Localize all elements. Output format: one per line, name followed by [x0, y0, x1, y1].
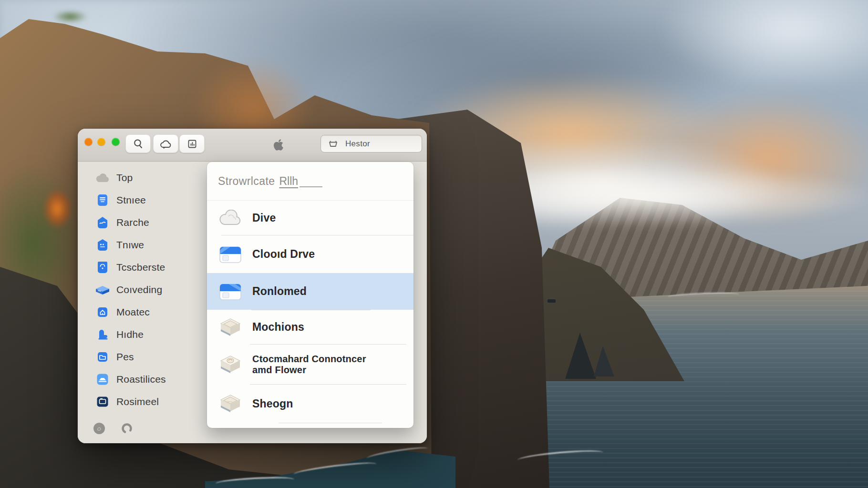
minimize-button[interactable] [97, 138, 105, 146]
sidebar-item-label: Tnıwe [116, 239, 144, 251]
panel-row-label: Mochions [252, 321, 304, 334]
sidebar-item-label: Tcscberste [116, 262, 165, 273]
search-toolbar-button[interactable] [125, 134, 151, 153]
sidebar-item-rosimeel[interactable]: Rosimeel [78, 390, 207, 413]
sidebar-item-label: Moatec [116, 306, 150, 318]
sidebar-item-stniee[interactable]: Stnıee [78, 189, 207, 211]
panel-title: Strowrlcate [218, 175, 275, 188]
sidebar-item-rarche[interactable]: Rarche [78, 211, 207, 234]
search-field-text: Hestor [345, 139, 370, 149]
tray-3d-icon [219, 316, 242, 338]
sidebar-item-label: Pes [116, 351, 134, 363]
wallpaper-boat [548, 299, 556, 303]
close-button[interactable] [84, 138, 93, 146]
avatar-icon[interactable] [93, 422, 105, 437]
sidebar-item-label: Stnıee [116, 194, 146, 206]
wallpaper-orange-glow [44, 190, 72, 228]
badge-icon [95, 215, 110, 230]
boat-icon [95, 372, 110, 386]
tag-icon [95, 238, 110, 252]
sidebar-item-pes[interactable]: Pes [78, 346, 207, 368]
sidebar-item-tcscberste[interactable]: Tcscberste [78, 256, 207, 278]
magnifier-icon [133, 138, 144, 150]
cloud-icon [160, 139, 172, 149]
panel-row-label: Dive [252, 212, 276, 224]
sidebar: Top Stnıee Rarche [78, 162, 207, 443]
sidebar-item-label: Coıveding [116, 284, 162, 295]
sidebar-item-top[interactable]: Top [78, 166, 207, 189]
search-field[interactable]: Hestor [320, 135, 422, 152]
sidebar-item-label: Top [116, 172, 133, 183]
tray-3d-icon [219, 393, 242, 415]
house-icon [95, 305, 110, 319]
apple-logo-icon[interactable] [271, 137, 286, 153]
panel-row-label: Sheogn [252, 397, 293, 410]
panel-row-label: Ronlomed [252, 285, 307, 298]
zoom-button[interactable] [112, 138, 120, 146]
panel-row-dive[interactable]: Dive [207, 201, 413, 235]
underline-decoration [300, 186, 322, 187]
panel-row-sheogn[interactable]: Sheogn [207, 385, 413, 423]
progress-ring-icon[interactable] [121, 422, 133, 437]
chair-icon [95, 327, 110, 342]
sidebar-item-moatec[interactable]: Moatec [78, 301, 207, 323]
cloud-outline-icon [219, 207, 242, 229]
arc-icon [95, 260, 110, 274]
stats-icon [186, 138, 198, 150]
panel-header: Strowrlcate Rllh [207, 162, 413, 201]
panel-row-label: Clooıd Drve [252, 248, 315, 261]
cloud-toolbar-button[interactable] [153, 134, 178, 153]
sidebar-item-label: Roastilices [116, 374, 166, 385]
sidebar-item-label: Rarche [116, 217, 149, 228]
cloud-gray-icon [95, 171, 110, 185]
sidebar-item-label: Rosimeel [116, 396, 159, 407]
stats-toolbar-button[interactable] [179, 134, 205, 153]
document-icon [95, 193, 110, 207]
sidebar-item-label: Hıdhe [116, 329, 144, 340]
sidebar-item-tniwe[interactable]: Tnıwe [78, 234, 207, 256]
tray-3d-emblem-icon [219, 354, 242, 376]
window-body: Top Stnıee Rarche [78, 162, 427, 443]
panel-row-ctocmahard[interactable]: Ctocmahard Connotncer amd Flower [207, 345, 413, 384]
sidebar-footer [93, 422, 133, 437]
folder-cloud-icon [219, 281, 242, 303]
divider [279, 423, 382, 423]
window-titlebar: Hestor [78, 129, 427, 162]
sidebar-item-coiveding[interactable]: Coıveding [78, 278, 207, 301]
panel-row-ronlomed[interactable]: Ronlomed [207, 273, 413, 310]
wallpaper-vegetation [53, 10, 87, 23]
panel-row-label: Ctocmahard Connotncer amd Flower [252, 354, 386, 376]
frame-icon [95, 395, 110, 409]
dropdown-panel: Strowrlcate Rllh Dive Clooıd Drve [207, 162, 413, 428]
app-window: Hestor Top Stnıee [78, 129, 427, 443]
sidebar-item-hidhe[interactable]: Hıdhe [78, 323, 207, 346]
panel-row-clooid-drve[interactable]: Clooıd Drve [207, 235, 413, 273]
sidebar-item-roastilices[interactable]: Roastilices [78, 368, 207, 390]
panel-title-link[interactable]: Rllh [279, 175, 298, 188]
box-3d-icon [95, 283, 110, 297]
folder-small-icon [95, 350, 110, 364]
desktop: Hestor Top Stnıee [0, 0, 868, 488]
panel-row-mochions[interactable]: Mochions [207, 310, 413, 344]
crop-icon [328, 140, 339, 148]
folder-cloud-icon [219, 244, 242, 265]
